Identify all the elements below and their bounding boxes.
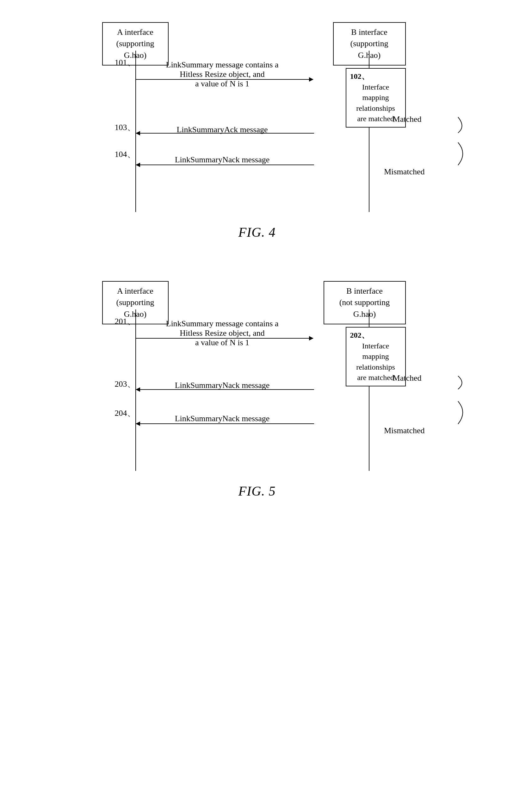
fig4-step103-label: 103、: [115, 122, 135, 133]
fig5-step201-label: 201、: [115, 316, 135, 327]
fig4-diagram: A interface (supporting G.hao) B interfa…: [83, 19, 431, 215]
fig5-msg-201: LinkSummary message contains a Hitless R…: [140, 319, 305, 347]
fig5-arrow-204: [136, 424, 314, 424]
fig4-container: A interface (supporting G.hao) B interfa…: [83, 19, 431, 259]
fig4-msg-101: LinkSummary message contains a Hitless R…: [140, 60, 305, 89]
fig4-title: FIG. 4: [83, 225, 431, 240]
fig4-step104-label: 104、: [115, 149, 135, 160]
fig5-title: FIG. 5: [83, 484, 431, 499]
fig5-diagram: A interface (supporting G.hao) B interfa…: [83, 278, 431, 474]
fig4-msg-103: LinkSummaryAck message: [153, 125, 292, 135]
fig4-mismatched-label: Mismatched: [384, 167, 425, 177]
fig5-msg-203: LinkSummaryNack message: [153, 381, 292, 390]
fig4-matched-label: Matched: [393, 115, 422, 124]
fig5-step204-label: 204、: [115, 408, 135, 419]
fig5-b-interface: B interface (not supporting G.hao): [324, 281, 406, 324]
fig5-container: A interface (supporting G.hao) B interfa…: [83, 278, 431, 518]
fig5-msg-204: LinkSummaryNack message: [153, 414, 292, 424]
fig4-msg-104: LinkSummaryNack message: [153, 155, 292, 165]
fig5-matched-label: Matched: [393, 373, 422, 383]
fig4-step101-label: 101、: [115, 57, 135, 68]
fig4-b-interface: B interface (supporting G.hao): [333, 22, 406, 65]
fig4-arrow-104: [136, 165, 314, 165]
fig5-step203-label: 203、: [115, 378, 135, 389]
fig5-mismatched-label: Mismatched: [384, 426, 425, 435]
